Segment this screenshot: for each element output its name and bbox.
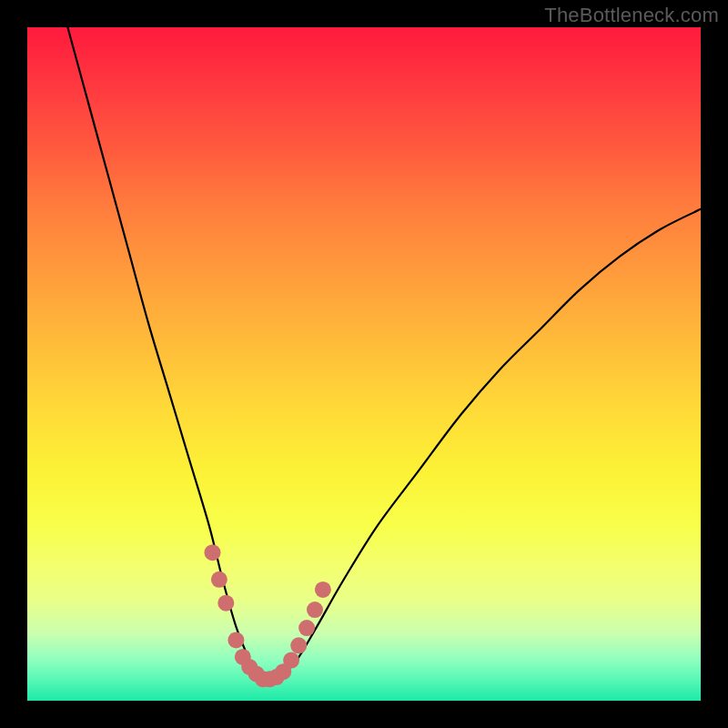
plot-area — [27, 27, 701, 701]
bottleneck-curve — [67, 27, 701, 681]
chart-frame: TheBottleneck.com — [0, 0, 728, 728]
highlight-dot — [315, 581, 331, 598]
highlight-dot — [307, 602, 323, 618]
highlight-dot — [211, 571, 228, 588]
highlight-dot — [217, 595, 234, 612]
watermark-text: TheBottleneck.com — [544, 4, 719, 27]
highlight-dot — [298, 620, 315, 636]
highlight-dot — [283, 652, 299, 669]
chart-svg — [27, 27, 701, 701]
highlight-dot — [205, 544, 221, 561]
highlight-dot — [228, 632, 244, 648]
highlight-dot — [290, 637, 307, 653]
highlight-markers — [205, 544, 331, 687]
